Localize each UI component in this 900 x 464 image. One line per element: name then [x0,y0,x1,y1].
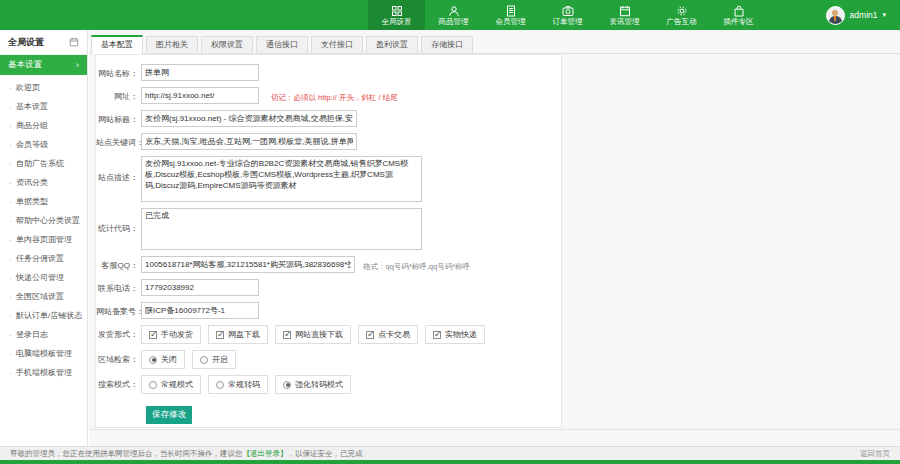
save-button[interactable]: 保存修改 [146,406,192,424]
sidebar-item-help-categories[interactable]: ·帮助中心分类设置 [0,211,87,230]
checkbox-checked-icon[interactable] [366,331,374,339]
site-url-input[interactable] [141,87,259,104]
delivery-label: 发货形式： [96,325,138,340]
icp-number-input[interactable] [141,302,259,319]
nav-item-orders[interactable]: 订单管理 [539,0,596,30]
tab-basic-config[interactable]: 基本配置 [91,35,143,54]
user-menu[interactable]: admin1 ▾ [826,0,886,30]
nav-item-plugins[interactable]: 插件专区 [710,0,767,30]
sidebar-item-login-logs[interactable]: ·登录日志 [0,325,87,344]
form-row-icp-number: 网站备案号： [96,302,561,319]
sidebar-item-label: 登录日志 [16,329,48,340]
site-description-textarea[interactable] [141,156,422,202]
site-name-input[interactable] [141,64,259,81]
tab-profit-settings[interactable]: 盈利设置 [366,36,418,53]
delivery-option-label: 点卡交易 [378,329,410,340]
tab-storage-api[interactable]: 存储接口 [421,36,473,53]
back-to-home-link[interactable]: 返回首页 [860,449,890,459]
search-mode-normal[interactable]: 常规模式 [141,375,201,394]
sidebar-item-label: 资讯分类 [16,177,48,188]
tab-images[interactable]: 图片相关 [146,36,198,53]
delivery-option-physical[interactable]: 实物快递 [425,325,485,344]
logout-link[interactable]: 【退出登录】 [243,449,288,458]
radio-icon[interactable] [216,381,224,389]
nav-item-ads[interactable]: 广告互动 [653,0,710,30]
sidebar-item-product-groups[interactable]: ·商品分组 [0,116,87,135]
region-search-on[interactable]: 开启 [192,350,236,369]
tab-payment-api[interactable]: 支付接口 [311,36,363,53]
sidebar-item-basic[interactable]: ·基本设置 [0,97,87,116]
sidebar-item-express-companies[interactable]: ·快递公司管理 [0,268,87,287]
search-mode-option-label: 强化转码模式 [295,379,343,390]
footer-message-prefix: 尊敬的管理员，您正在使用拼单网管理后台，当长时间不操作，建议您 [10,449,243,458]
bullet-icon: · [9,330,12,340]
form-row-site-description: 站点描述： [96,156,561,202]
nav-label: 资讯管理 [610,18,640,26]
sidebar-item-label: 快递公司管理 [16,272,64,283]
nav-label: 商品管理 [439,18,469,26]
bullet-icon: · [9,216,12,226]
sidebar-item-label: 全国区域设置 [16,291,64,302]
site-title-input[interactable] [141,110,357,127]
search-mode-option-label: 常规模式 [161,379,193,390]
bullet-icon: · [9,235,12,245]
sidebar-item-news-categories[interactable]: ·资讯分类 [0,173,87,192]
site-keywords-input[interactable] [141,133,357,150]
delivery-option-manual[interactable]: 手动发货 [141,325,201,344]
tab-permissions[interactable]: 权限设置 [201,36,253,53]
nav-item-global-settings[interactable]: 全局设置 [368,0,425,30]
sidebar-item-basic-settings-selected[interactable]: 基本设置 › [0,55,87,75]
checkbox-checked-icon[interactable] [216,331,224,339]
checkbox-checked-icon[interactable] [283,331,291,339]
search-mode-enhanced[interactable]: 强化转码模式 [275,375,351,394]
radio-icon[interactable] [200,356,208,364]
stats-code-textarea[interactable] [141,208,422,250]
radio-icon[interactable] [149,381,157,389]
gear-icon [676,5,688,17]
search-mode-label: 搜索模式： [96,375,138,390]
bullet-icon: · [9,311,12,321]
sidebar-item-label: 商品分组 [16,120,48,131]
checkbox-checked-icon[interactable] [433,331,441,339]
sidebar-item-task-commission[interactable]: ·任务分佣设置 [0,249,87,268]
form-row-stats-code: 统计代码： [96,208,561,250]
chevron-right-icon: › [76,60,79,70]
radio-selected-icon[interactable] [149,356,157,364]
radio-selected-icon[interactable] [283,381,291,389]
camera-icon [562,5,574,17]
sidebar-item-single-pages[interactable]: ·单内容页面管理 [0,230,87,249]
sidebar-item-member-levels[interactable]: ·会员等级 [0,135,87,154]
main-nav: 全局设置 商品管理 会员管理 订单管理 资讯管理 广告互动 插件专区 [368,0,767,30]
checkbox-checked-icon[interactable] [149,331,157,339]
grid-icon [391,5,403,17]
contact-phone-input[interactable] [141,279,259,296]
sidebar-item-default-order-status[interactable]: ·默认订单/店铺状态 [0,306,87,325]
delivery-option-card[interactable]: 点卡交易 [358,325,418,344]
bullet-icon: · [9,178,12,188]
sidebar-item-doc-types[interactable]: ·单据类型 [0,192,87,211]
sidebar-item-welcome[interactable]: ·欢迎页 [0,78,87,97]
bullet-icon: · [9,292,12,302]
region-option-label: 开启 [212,354,228,365]
delivery-option-netdisk[interactable]: 网盘下载 [208,325,268,344]
tab-communication-api[interactable]: 通信接口 [256,36,308,53]
form-row-site-name: 网站名称： [96,64,561,81]
sidebar-item-ad-system[interactable]: ·自助广告系统 [0,154,87,173]
nav-item-products[interactable]: 商品管理 [425,0,482,30]
delivery-option-label: 网盘下载 [228,329,260,340]
search-mode-transcode[interactable]: 常规转码 [208,375,268,394]
nav-item-members[interactable]: 会员管理 [482,0,539,30]
sidebar-item-label: 单内容页面管理 [16,234,72,245]
region-search-off[interactable]: 关闭 [141,350,185,369]
sidebar-item-regions[interactable]: ·全国区域设置 [0,287,87,306]
bullet-icon: · [9,83,12,93]
sidebar-item-mobile-templates[interactable]: ·手机端模板管理 [0,363,87,382]
delivery-option-label: 手动发货 [161,329,193,340]
calendar-toggle-icon[interactable] [69,33,79,51]
bag-icon [733,5,745,17]
top-header-bar: 全局设置 商品管理 会员管理 订单管理 资讯管理 广告互动 插件专区 admin… [0,0,900,30]
sidebar-item-pc-templates[interactable]: ·电脑端模板管理 [0,344,87,363]
delivery-option-direct-download[interactable]: 网站直接下载 [275,325,351,344]
service-qq-input[interactable] [141,256,355,273]
nav-item-news[interactable]: 资讯管理 [596,0,653,30]
